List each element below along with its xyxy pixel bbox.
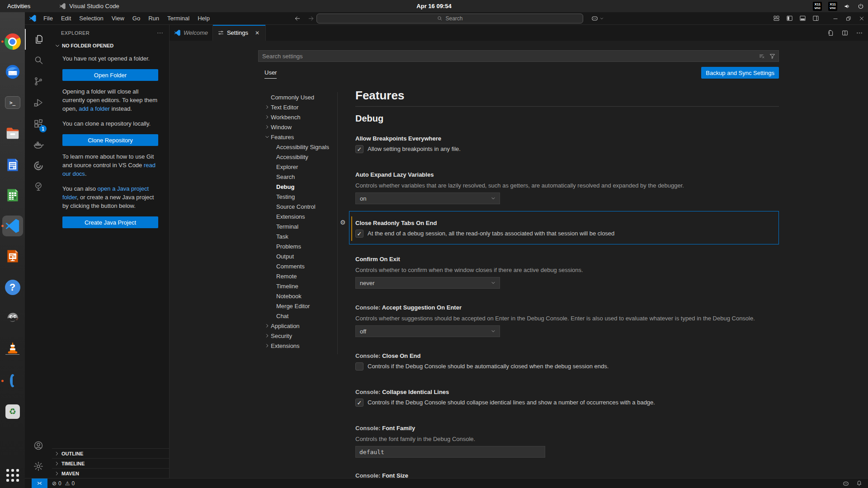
toc-commonly-used[interactable]: Commonly Used (258, 92, 337, 102)
clear-settings-search-icon[interactable] (759, 53, 765, 60)
activities-button[interactable]: Activities (0, 0, 38, 12)
dock-item-terminal[interactable]: >_ (0, 90, 25, 115)
more-actions-button[interactable] (854, 28, 864, 38)
dock-item-trash[interactable]: ♻ (0, 399, 25, 424)
volume-icon[interactable] (844, 3, 851, 10)
dock-item-libreoffice-impress[interactable] (0, 244, 25, 269)
minimize-button[interactable] (829, 12, 842, 24)
create-java-project-button[interactable]: Create Java Project (62, 216, 158, 228)
menu-view[interactable]: View (108, 14, 128, 23)
toggle-secondary-sidebar-button[interactable] (809, 12, 822, 24)
toc-security[interactable]: Security (258, 331, 337, 341)
setting-checkbox[interactable]: ✓ (355, 399, 363, 407)
toc-merge-editor[interactable]: Merge Editor (258, 301, 337, 311)
toc-application[interactable]: Application (258, 321, 337, 331)
dock-item-gimp[interactable] (0, 305, 25, 330)
close-tab-icon[interactable]: ✕ (254, 29, 261, 37)
toc-terminal[interactable]: Terminal (258, 221, 337, 231)
remote-indicator-button[interactable] (32, 479, 47, 488)
dock-item-libreoffice-writer[interactable] (0, 152, 25, 178)
tab-welcome[interactable]: Welcome (170, 25, 213, 41)
show-applications-button[interactable] (0, 469, 25, 482)
tab-user-settings[interactable]: User (264, 69, 277, 79)
toc-timeline[interactable]: Timeline (258, 281, 337, 291)
power-icon[interactable] (857, 3, 864, 10)
toc-problems[interactable]: Problems (258, 241, 337, 251)
clone-repository-button[interactable]: Clone Repository (62, 134, 158, 146)
pane-outline[interactable]: OUTLINE (52, 448, 169, 458)
toc-explorer[interactable]: Explorer (258, 162, 337, 172)
activity-bar-manage[interactable] (25, 456, 52, 477)
toc-task[interactable]: Task (258, 231, 337, 241)
command-center-search[interactable]: Search (316, 14, 583, 23)
toc-output[interactable]: Output (258, 251, 337, 261)
toc-remote[interactable]: Remote (258, 271, 337, 281)
settings-search-input[interactable]: Search settings (258, 50, 779, 62)
activity-bar-search[interactable] (25, 50, 52, 70)
toc-chat[interactable]: Chat (258, 311, 337, 321)
filter-settings-icon[interactable] (769, 53, 776, 60)
toc-features[interactable]: Features (258, 132, 337, 142)
add-a-folder-link[interactable]: add a folder (79, 105, 110, 112)
dock-item-help[interactable]: ? (0, 275, 25, 300)
menu-run[interactable]: Run (144, 14, 163, 23)
menu-file[interactable]: File (39, 14, 57, 23)
toc-extensions[interactable]: Extensions (258, 211, 337, 221)
dock-item-vlc[interactable] (0, 335, 25, 361)
activity-bar-accounts[interactable] (25, 435, 52, 456)
activity-bar-spiral-extension[interactable] (25, 155, 52, 176)
dock-item-vscode[interactable] (0, 213, 25, 239)
pane-maven[interactable]: MAVEN (52, 468, 169, 478)
tab-settings[interactable]: Settings✕ (213, 25, 266, 41)
toc-testing[interactable]: Testing (258, 192, 337, 202)
menu-terminal[interactable]: Terminal (163, 14, 193, 23)
pane-timeline[interactable]: TIMELINE (52, 458, 169, 468)
activity-bar-explorer[interactable] (25, 29, 52, 50)
x11vnc-indicator[interactable]: X11 vnc (813, 2, 822, 11)
menu-selection[interactable]: Selection (75, 14, 107, 23)
problems-status-item[interactable]: ⊘ 0 ⚠ 0 (52, 480, 75, 487)
restore-button[interactable] (842, 12, 855, 24)
dock-item-software-updater[interactable] (0, 368, 25, 394)
close-window-button[interactable] (855, 12, 868, 24)
backup-and-sync-settings-button[interactable]: Backup and Sync Settings (701, 67, 779, 79)
activity-bar-run-and-debug[interactable] (25, 92, 52, 113)
customize-layout-button[interactable] (770, 12, 783, 24)
dock-item-libreoffice-calc[interactable] (0, 183, 25, 208)
toc-debug[interactable]: Debug (258, 182, 337, 192)
dock-item-files[interactable] (0, 121, 25, 146)
open-folder-button[interactable]: Open Folder (62, 69, 158, 81)
toggle-panel-button[interactable] (796, 12, 809, 24)
setting-text-input[interactable] (355, 446, 545, 458)
menu-edit[interactable]: Edit (57, 14, 75, 23)
menu-help[interactable]: Help (193, 14, 214, 23)
toggle-primary-sidebar-button[interactable] (783, 12, 796, 24)
toc-text-editor[interactable]: Text Editor (258, 102, 337, 112)
dock-item-thunderbird[interactable] (0, 59, 25, 84)
setting-checkbox[interactable]: ✓ (355, 230, 363, 238)
x11vnc-indicator[interactable]: X11 vnc (828, 2, 837, 11)
clock[interactable]: Apr 16 09:54 (416, 3, 451, 9)
toc-comments[interactable]: Comments (258, 261, 337, 271)
open-settings-json-button[interactable] (826, 28, 835, 38)
setting-select[interactable]: never (355, 277, 500, 289)
setting-checkbox[interactable]: ✓ (355, 362, 363, 371)
activity-bar-test-explorer[interactable] (25, 176, 52, 197)
views-and-more-actions-button[interactable] (156, 29, 164, 37)
split-editor-button[interactable] (840, 28, 850, 38)
go-forward-button[interactable] (307, 15, 315, 22)
copilot-button[interactable] (591, 14, 604, 22)
setting-checkbox[interactable]: ✓ (355, 145, 363, 153)
toc-search[interactable]: Search (258, 172, 337, 182)
activity-bar-docker[interactable] (25, 134, 52, 155)
activity-bar-source-control[interactable] (25, 71, 52, 92)
copilot-status-icon[interactable] (842, 480, 849, 487)
go-back-button[interactable] (294, 15, 301, 22)
toc-extensions[interactable]: Extensions (258, 341, 337, 351)
setting-select[interactable]: on (355, 192, 500, 204)
menu-go[interactable]: Go (128, 14, 144, 23)
setting-gear-icon[interactable]: ⚙ (340, 219, 346, 226)
toc-notebook[interactable]: Notebook (258, 291, 337, 301)
toc-accessibility[interactable]: Accessibility (258, 152, 337, 162)
dock-item-chrome[interactable] (0, 29, 25, 54)
